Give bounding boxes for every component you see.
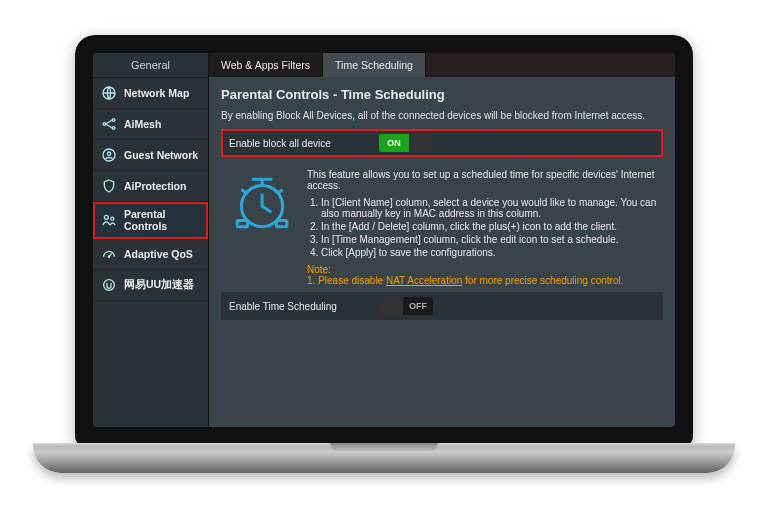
note-label: Note:: [307, 264, 657, 275]
toggle-knob: [409, 134, 433, 152]
accel-icon: [100, 276, 118, 294]
page-title: Parental Controls - Time Scheduling: [221, 87, 663, 102]
info-section: This feature allows you to set up a sche…: [221, 159, 663, 292]
nat-acceleration-link[interactable]: NAT Acceleration: [386, 275, 462, 286]
toggle-block-all[interactable]: ON: [379, 134, 433, 152]
sidebar-item-uu-accelerator[interactable]: 网易UU加速器: [93, 270, 208, 301]
feature-description: This feature allows you to set up a sche…: [307, 169, 657, 191]
mesh-icon: [100, 115, 118, 133]
svg-point-5: [107, 152, 110, 155]
globe-icon: [100, 84, 118, 102]
svg-point-6: [104, 215, 108, 219]
sidebar-item-parental-controls[interactable]: Parental Controls: [93, 202, 208, 239]
svg-point-2: [112, 119, 115, 122]
laptop-frame: General Network Map AiMesh: [75, 35, 693, 445]
tabs: Web & Apps Filters Time Scheduling: [209, 53, 675, 77]
svg-point-8: [108, 256, 109, 257]
tab-time-scheduling[interactable]: Time Scheduling: [323, 53, 426, 77]
sidebar-item-label: 网易UU加速器: [124, 278, 194, 292]
svg-rect-11: [237, 221, 247, 227]
note-line: 1. Please disable NAT Acceleration for m…: [307, 275, 657, 286]
toggle-time-scheduling[interactable]: OFF: [379, 297, 433, 315]
svg-point-1: [103, 123, 106, 126]
row-label: Enable block all device: [229, 138, 379, 149]
sidebar-item-guest-network[interactable]: Guest Network: [93, 140, 208, 171]
toggle-state-label: OFF: [403, 297, 433, 315]
sidebar: General Network Map AiMesh: [93, 53, 209, 427]
row-enable-block-all: Enable block all device ON: [221, 129, 663, 157]
sidebar-item-adaptive-qos[interactable]: Adaptive QoS: [93, 239, 208, 270]
note-prefix: 1. Please disable: [307, 275, 386, 286]
sidebar-item-label: Parental Controls: [124, 208, 201, 232]
guest-icon: [100, 146, 118, 164]
row-enable-time-scheduling: Enable Time Scheduling OFF: [221, 292, 663, 320]
step-item: In the [Add / Delete] column, click the …: [321, 221, 657, 232]
steps-list: In [Client Name] column, select a device…: [307, 197, 657, 258]
family-icon: [100, 211, 118, 229]
tab-web-apps-filters[interactable]: Web & Apps Filters: [209, 53, 323, 77]
sidebar-header: General: [93, 53, 208, 78]
main-content: Web & Apps Filters Time Scheduling Paren…: [209, 53, 675, 427]
gauge-icon: [100, 245, 118, 263]
sidebar-item-network-map[interactable]: Network Map: [93, 78, 208, 109]
laptop-notch: [330, 443, 438, 451]
row-label: Enable Time Scheduling: [229, 301, 379, 312]
shield-icon: [100, 177, 118, 195]
toggle-knob: [379, 297, 403, 315]
sidebar-item-aimesh[interactable]: AiMesh: [93, 109, 208, 140]
svg-point-7: [111, 217, 114, 220]
clock-icon: [227, 169, 293, 286]
step-item: In [Time Management] column, click the e…: [321, 234, 657, 245]
laptop-base: [33, 443, 735, 473]
step-item: Click [Apply] to save the configurations…: [321, 247, 657, 258]
sidebar-item-label: Guest Network: [124, 149, 198, 161]
note-suffix: for more precise scheduling control.: [462, 275, 623, 286]
sidebar-item-aiprotection[interactable]: AiProtection: [93, 171, 208, 202]
screen: General Network Map AiMesh: [93, 53, 675, 427]
toggle-state-label: ON: [379, 134, 409, 152]
page-subtitle: By enabling Block All Devices, all of th…: [221, 110, 663, 121]
sidebar-item-label: AiProtection: [124, 180, 186, 192]
sidebar-item-label: AiMesh: [124, 118, 161, 130]
sidebar-item-label: Network Map: [124, 87, 189, 99]
sidebar-item-label: Adaptive QoS: [124, 248, 193, 260]
svg-point-3: [112, 127, 115, 130]
step-item: In [Client Name] column, select a device…: [321, 197, 657, 219]
svg-rect-12: [277, 221, 287, 227]
